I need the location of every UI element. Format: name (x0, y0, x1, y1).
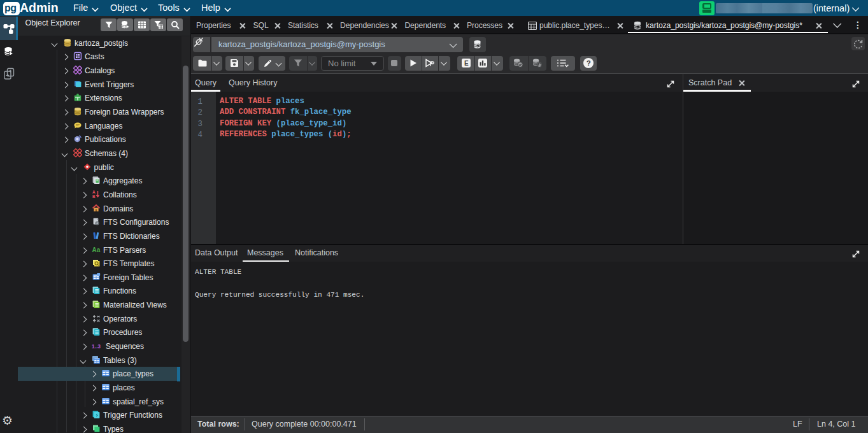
svg-text:E: E (464, 60, 469, 67)
svg-text:Aa: Aa (92, 246, 101, 253)
svg-text:B: B (92, 194, 96, 199)
svg-text:?: ? (586, 59, 590, 67)
svg-text:1..3: 1..3 (92, 343, 101, 350)
